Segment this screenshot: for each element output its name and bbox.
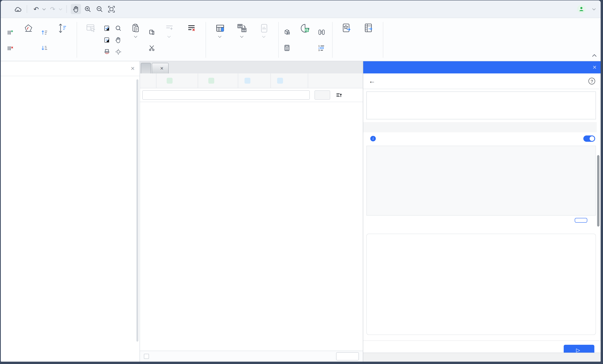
zoom-extent-icon[interactable]	[106, 4, 116, 14]
divider	[77, 22, 77, 58]
toolbox-close-icon[interactable]: ✕	[592, 64, 597, 70]
divider	[27, 5, 27, 13]
zoom-to-button[interactable]	[115, 23, 123, 33]
create-chart-button[interactable]	[296, 21, 314, 59]
export-table-icon	[364, 23, 373, 33]
paste-dropdown-icon[interactable]	[134, 34, 137, 38]
calculate-geometry-button[interactable]	[283, 27, 292, 37]
user-dropdown-icon[interactable]	[592, 7, 596, 11]
refresh-button[interactable]	[336, 352, 359, 361]
filter-bar	[140, 88, 363, 102]
group-label-export	[335, 59, 381, 61]
function-help-button[interactable]	[575, 218, 587, 223]
copy-button[interactable]	[149, 27, 157, 37]
related-data-button[interactable]	[255, 21, 274, 59]
paste-icon	[132, 23, 140, 33]
pan-to-icon	[115, 37, 121, 43]
table-header	[140, 73, 363, 88]
add-row-dropdown-icon[interactable]	[167, 34, 171, 38]
project-panel-close-icon[interactable]: ✕	[130, 66, 135, 71]
window-frame: ↶ ↷	[0, 0, 603, 364]
relate-icon	[237, 23, 247, 33]
apply-filter-button[interactable]	[314, 90, 330, 100]
group-label-tools	[281, 59, 330, 61]
delete-column-button[interactable]	[7, 43, 16, 53]
ribbon-group-tools: 123	[279, 19, 331, 61]
show-selected-only-checkbox[interactable]	[144, 354, 149, 359]
column-header-population[interactable]	[271, 73, 308, 88]
delete-row-icon	[187, 23, 196, 33]
add-row-button[interactable]	[160, 21, 179, 59]
find-replace-button[interactable]	[318, 27, 327, 37]
export-table-button[interactable]	[359, 21, 378, 59]
relate-dropdown-icon[interactable]	[240, 34, 244, 38]
collapse-ribbon-icon[interactable]	[592, 51, 597, 58]
add-column-icon	[7, 29, 14, 35]
pan-tool-icon[interactable]	[71, 4, 81, 14]
column-header-name[interactable]	[156, 73, 198, 88]
document-tabs: ✕	[140, 61, 363, 73]
redo-dropdown-icon[interactable]	[59, 7, 62, 11]
zoom-to-icon	[115, 25, 121, 32]
redo-icon[interactable]: ↷	[47, 4, 58, 14]
flash-button[interactable]	[115, 47, 123, 56]
undo-icon[interactable]: ↶	[31, 4, 41, 14]
expression-builder-button[interactable]	[336, 92, 344, 98]
help-icon[interactable]: ?	[589, 78, 595, 84]
group-label-column	[5, 59, 74, 61]
goto-row-button[interactable]: 123	[318, 43, 327, 53]
description-box	[366, 91, 596, 119]
sort-descending-button[interactable]	[41, 43, 50, 53]
pan-to-button[interactable]	[115, 35, 123, 45]
delete-column-icon	[7, 44, 14, 51]
user-avatar[interactable]	[577, 5, 586, 13]
table-area: ✕	[140, 61, 363, 362]
clear-selection-button[interactable]	[104, 47, 112, 56]
back-icon[interactable]: ←	[369, 77, 375, 85]
sort-ascending-button[interactable]	[41, 27, 50, 37]
filter-expression-input[interactable]	[142, 90, 310, 100]
sidebar-scrollbar[interactable]	[136, 79, 138, 342]
relate-button[interactable]	[233, 21, 252, 59]
advanced-sort-icon	[58, 23, 67, 33]
tab-attribute-table[interactable]: ✕	[152, 63, 169, 73]
format-column-button[interactable]	[19, 21, 38, 59]
select-by-attribute-button[interactable]	[82, 21, 101, 59]
zoom-out-icon[interactable]	[94, 4, 104, 14]
toolbox-panel: ✕ ← ? i	[363, 61, 601, 362]
ribbon-group-export	[333, 19, 382, 61]
column-header-layer[interactable]	[198, 73, 238, 88]
paste-button[interactable]	[127, 21, 145, 59]
advanced-sort-button[interactable]	[53, 21, 72, 59]
related-data-dropdown-icon[interactable]	[262, 34, 266, 38]
code-mode-toggle[interactable]	[583, 135, 595, 142]
cloud-icon[interactable]	[12, 4, 23, 14]
info-icon[interactable]: i	[370, 136, 376, 141]
column-header-id[interactable]	[238, 73, 271, 88]
cut-button[interactable]	[149, 43, 157, 53]
ribbon-group-column	[3, 19, 76, 61]
calculate-field-button[interactable]	[283, 43, 292, 53]
related-data-icon	[260, 23, 268, 33]
join-dropdown-icon[interactable]	[218, 34, 221, 38]
ribbon: 123	[1, 18, 601, 61]
tab-map[interactable]	[141, 63, 151, 73]
export-features-button[interactable]	[337, 21, 356, 59]
zoom-in-icon[interactable]	[82, 4, 93, 14]
app-window: ↶ ↷	[0, 0, 603, 364]
tab-close-icon[interactable]: ✕	[160, 66, 163, 71]
select-all-icon	[104, 25, 110, 32]
add-column-button[interactable]	[7, 27, 16, 37]
select-all-button[interactable]	[104, 23, 112, 33]
delete-row-button[interactable]	[182, 21, 201, 59]
undo-dropdown-icon[interactable]	[42, 7, 46, 11]
panel-scrollbar[interactable]	[597, 155, 600, 227]
run-button[interactable]: ▷	[564, 345, 594, 353]
operator-bar	[368, 219, 595, 230]
builder-icon	[336, 92, 342, 98]
formula-editor[interactable]	[366, 146, 596, 216]
calculate-field-icon	[283, 44, 290, 51]
join-button[interactable]	[211, 21, 230, 59]
group-label-row	[79, 59, 203, 61]
invert-selection-button[interactable]	[104, 35, 112, 45]
